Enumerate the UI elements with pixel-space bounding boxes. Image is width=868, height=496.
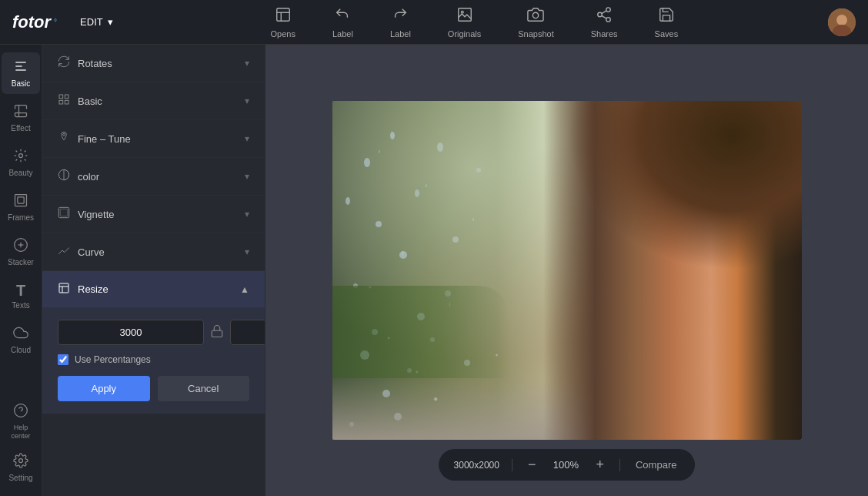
apply-button[interactable]: Apply [58, 376, 150, 401]
sidebar-item-help[interactable]: Help center [2, 397, 40, 447]
beauty-icon [13, 148, 28, 167]
curve-row[interactable]: Curve ▾ [42, 233, 265, 270]
canvas-area: 3000x2000 − 100% + Compare [265, 45, 868, 496]
sidebar-item-texts[interactable]: T Texts [2, 276, 40, 316]
resize-buttons: Apply Cancel [58, 376, 249, 401]
help-icon [13, 403, 28, 422]
vignette-row[interactable]: Vignette ▾ [42, 196, 265, 233]
shares-button[interactable]: Shares [585, 3, 624, 42]
opens-label: Opens [271, 29, 295, 39]
basic-row[interactable]: Basic ▾ [42, 82, 265, 119]
cancel-button[interactable]: Cancel [158, 376, 250, 401]
cloud-icon [13, 325, 28, 344]
redo-label: Label [390, 29, 411, 39]
originals-label: Originals [448, 29, 481, 39]
resize-collapse-arrow: ▲ [240, 284, 249, 295]
zoom-in-button[interactable]: + [593, 457, 607, 473]
sidebar-icons: Basic Effect Beauty Frames Stacker [0, 45, 42, 496]
svg-point-28 [63, 133, 65, 136]
sidebar-item-label-help: Help center [6, 424, 35, 441]
redo-button[interactable]: Label [384, 3, 417, 42]
frames-icon [13, 193, 28, 212]
rotates-row[interactable]: Rotates ▾ [42, 45, 265, 82]
originals-button[interactable]: Originals [442, 3, 487, 42]
svg-point-15 [19, 154, 23, 158]
setting-icon [13, 453, 28, 472]
svg-point-23 [19, 459, 23, 463]
basic-icon [13, 59, 28, 78]
originals-icon [456, 6, 473, 27]
sidebar-item-label-stacker: Stacker [8, 258, 34, 266]
color-row[interactable]: color ▾ [42, 158, 265, 195]
sidebar-item-setting[interactable]: Setting [2, 447, 40, 488]
svg-line-8 [602, 10, 606, 13]
redo-icon [392, 6, 409, 27]
resize-inputs [58, 320, 249, 345]
svg-rect-17 [18, 197, 24, 203]
opens-button[interactable]: Opens [265, 3, 302, 42]
fine-tune-arrow: ▾ [245, 133, 249, 144]
sidebar-item-label-cloud: Cloud [11, 346, 31, 354]
lock-icon[interactable] [210, 324, 224, 341]
svg-point-2 [461, 11, 463, 13]
basic-section: Basic ▾ [42, 82, 265, 120]
svg-rect-0 [277, 8, 290, 21]
sidebar-item-beauty[interactable]: Beauty [2, 142, 40, 183]
logo-text: fotor [12, 12, 51, 32]
edit-button[interactable]: EDIT ▾ [72, 12, 121, 32]
fine-tune-section: Fine – Tune ▾ [42, 120, 265, 158]
app-logo: fotor° [12, 12, 57, 32]
resize-label: Resize [78, 283, 108, 295]
opens-icon [275, 6, 292, 27]
color-label: color [78, 171, 99, 183]
snapshot-button[interactable]: Snapshot [512, 3, 559, 42]
avatar[interactable] [828, 8, 856, 36]
sidebar-item-label-frames: Frames [8, 213, 34, 222]
resize-body: Use Percentanges Apply Cancel [42, 307, 265, 414]
sidebar-item-effect[interactable]: Effect [2, 97, 40, 139]
topbar: fotor° EDIT ▾ Opens Label Label [0, 0, 868, 45]
zoom-percent: 100% [551, 459, 580, 471]
basic-arrow: ▾ [245, 96, 249, 106]
sidebar-item-label-basic: Basic [12, 79, 30, 88]
resize-header[interactable]: Resize ▲ [42, 271, 265, 307]
svg-line-7 [602, 15, 606, 18]
use-percentages-label: Use Percentanges [75, 354, 151, 365]
vignette-section: Vignette ▾ [42, 196, 265, 233]
use-percentages-row: Use Percentanges [58, 354, 249, 365]
sidebar-item-label-setting: Setting [8, 474, 32, 482]
width-input[interactable] [58, 320, 204, 345]
compare-button[interactable]: Compare [633, 459, 679, 471]
fine-tune-icon [58, 131, 70, 146]
curve-label: Curve [78, 246, 105, 258]
bottom-bar: 3000x2000 − 100% + Compare [439, 449, 696, 481]
zoom-out-button[interactable]: − [525, 457, 539, 473]
svg-point-6 [606, 17, 611, 21]
basic-panel-icon [58, 93, 70, 109]
undo-button[interactable]: Label [326, 3, 359, 42]
sidebar-item-cloud[interactable]: Cloud [2, 319, 40, 360]
svg-rect-32 [59, 283, 68, 293]
snapshot-icon [527, 6, 544, 27]
svg-point-10 [836, 15, 847, 25]
rotates-icon [58, 55, 70, 71]
canvas-dimensions: 3000x2000 [454, 460, 499, 471]
vignette-label: Vignette [78, 209, 114, 220]
photo-canvas [332, 101, 802, 440]
saves-button[interactable]: Saves [649, 3, 685, 42]
sidebar-item-stacker[interactable]: Stacker [2, 231, 40, 273]
vignette-arrow: ▾ [245, 209, 249, 220]
svg-rect-1 [458, 8, 471, 21]
sidebar-item-basic[interactable]: Basic [2, 52, 40, 94]
edit-label: EDIT [80, 16, 103, 28]
left-panel: Rotates ▾ Basic ▾ [42, 45, 265, 496]
height-input[interactable] [230, 320, 265, 345]
saves-label: Saves [655, 29, 679, 39]
logo-dot: ° [54, 18, 57, 26]
sidebar-item-frames[interactable]: Frames [2, 186, 40, 228]
svg-rect-26 [59, 100, 63, 104]
fine-tune-row[interactable]: Fine – Tune ▾ [42, 120, 265, 157]
use-percentages-checkbox[interactable] [58, 354, 68, 365]
vignette-icon [58, 206, 70, 222]
color-icon [58, 169, 70, 184]
